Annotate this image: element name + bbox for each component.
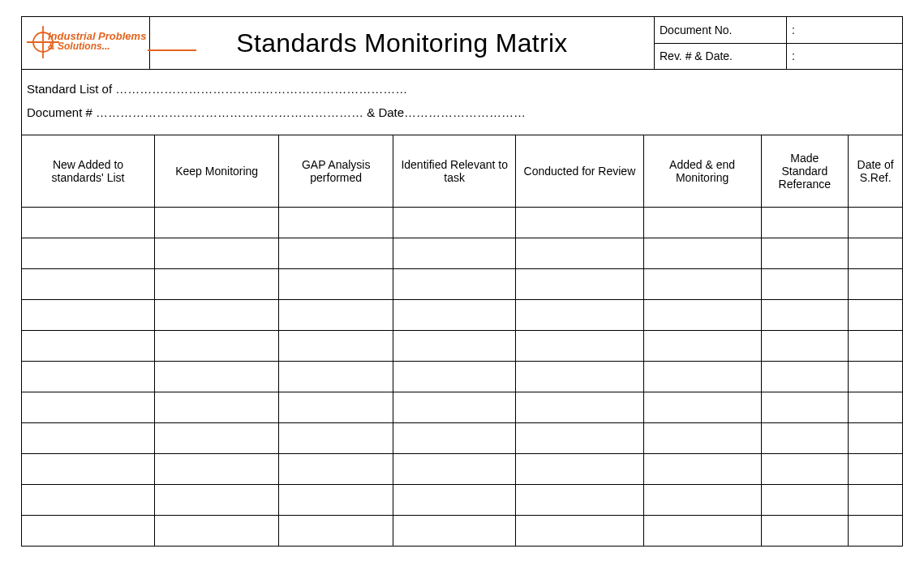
table-row (22, 268, 902, 299)
table-cell[interactable] (393, 361, 516, 392)
table-cell[interactable] (516, 299, 643, 330)
table-cell[interactable] (516, 207, 643, 238)
table-cell[interactable] (643, 361, 761, 392)
table-cell[interactable] (849, 515, 902, 546)
table-cell[interactable] (761, 238, 849, 268)
table-cell[interactable] (22, 299, 155, 330)
table-cell[interactable] (22, 330, 155, 361)
meta-row-rev: Rev. # & Date. : (655, 43, 902, 70)
table-row (22, 238, 902, 268)
table-cell[interactable] (22, 238, 155, 268)
table-cell[interactable] (279, 299, 393, 330)
table-cell[interactable] (279, 268, 393, 299)
table-cell[interactable] (393, 422, 516, 453)
table-cell[interactable] (279, 515, 393, 546)
col-header: Identified Relevant to task (393, 135, 516, 207)
table-cell[interactable] (155, 484, 279, 515)
col-header: Conducted for Review (516, 135, 643, 207)
table-cell[interactable] (849, 330, 902, 361)
table-cell[interactable] (393, 392, 516, 422)
table-cell[interactable] (643, 484, 761, 515)
table-cell[interactable] (643, 422, 761, 453)
table-cell[interactable] (22, 361, 155, 392)
page-title: Standards Monitoring Matrix (236, 28, 567, 58)
table-cell[interactable] (516, 330, 643, 361)
table-cell[interactable] (761, 330, 849, 361)
table-cell[interactable] (643, 299, 761, 330)
table-cell[interactable] (279, 330, 393, 361)
logo-cell: Industrial Problems & Solutions... (22, 17, 150, 69)
table-cell[interactable] (155, 238, 279, 268)
table-cell[interactable] (279, 453, 393, 484)
table-cell[interactable] (516, 515, 643, 546)
table-cell[interactable] (761, 361, 849, 392)
table-cell[interactable] (849, 361, 902, 392)
table-cell[interactable] (849, 422, 902, 453)
table-cell[interactable] (22, 515, 155, 546)
table-cell[interactable] (22, 484, 155, 515)
table-cell[interactable] (155, 392, 279, 422)
table-cell[interactable] (761, 207, 849, 238)
table-cell[interactable] (393, 330, 516, 361)
table-cell[interactable] (155, 207, 279, 238)
table-cell[interactable] (643, 453, 761, 484)
table-cell[interactable] (643, 207, 761, 238)
table-cell[interactable] (279, 422, 393, 453)
table-cell[interactable] (279, 484, 393, 515)
table-cell[interactable] (393, 515, 516, 546)
table-row (22, 515, 902, 546)
table-cell[interactable] (155, 361, 279, 392)
table-cell[interactable] (849, 299, 902, 330)
col-header: Keep Monitoring (155, 135, 279, 207)
table-cell[interactable] (849, 268, 902, 299)
table-cell[interactable] (155, 299, 279, 330)
table-cell[interactable] (761, 515, 849, 546)
table-cell[interactable] (279, 361, 393, 392)
table-cell[interactable] (643, 392, 761, 422)
table-cell[interactable] (22, 268, 155, 299)
table-cell[interactable] (761, 422, 849, 453)
table-cell[interactable] (22, 392, 155, 422)
table-cell[interactable] (643, 330, 761, 361)
table-cell[interactable] (516, 392, 643, 422)
table-cell[interactable] (516, 453, 643, 484)
table-cell[interactable] (761, 392, 849, 422)
table-cell[interactable] (849, 392, 902, 422)
table-cell[interactable] (393, 207, 516, 238)
table-row (22, 299, 902, 330)
table-cell[interactable] (761, 299, 849, 330)
table-cell[interactable] (849, 238, 902, 268)
table-cell[interactable] (393, 453, 516, 484)
table-cell[interactable] (279, 238, 393, 268)
table-cell[interactable] (516, 484, 643, 515)
table-cell[interactable] (849, 453, 902, 484)
table-cell[interactable] (516, 238, 643, 268)
header-band: Industrial Problems & Solutions... Stand… (22, 17, 902, 70)
table-cell[interactable] (643, 238, 761, 268)
table-cell[interactable] (393, 268, 516, 299)
table-cell[interactable] (279, 207, 393, 238)
table-cell[interactable] (393, 238, 516, 268)
table-cell[interactable] (393, 299, 516, 330)
table-cell[interactable] (761, 268, 849, 299)
table-cell[interactable] (761, 453, 849, 484)
table-cell[interactable] (22, 207, 155, 238)
table-cell[interactable] (22, 453, 155, 484)
table-cell[interactable] (155, 422, 279, 453)
table-cell[interactable] (155, 453, 279, 484)
table-cell[interactable] (22, 422, 155, 453)
table-cell[interactable] (393, 484, 516, 515)
info-band: Standard List of ……………………………………………………………… (22, 70, 902, 135)
table-cell[interactable] (516, 361, 643, 392)
table-cell[interactable] (155, 268, 279, 299)
table-cell[interactable] (761, 484, 849, 515)
table-cell[interactable] (155, 330, 279, 361)
table-cell[interactable] (643, 268, 761, 299)
table-cell[interactable] (516, 268, 643, 299)
table-cell[interactable] (516, 422, 643, 453)
table-cell[interactable] (279, 392, 393, 422)
table-cell[interactable] (849, 484, 902, 515)
table-cell[interactable] (155, 515, 279, 546)
table-cell[interactable] (643, 515, 761, 546)
table-cell[interactable] (849, 207, 902, 238)
